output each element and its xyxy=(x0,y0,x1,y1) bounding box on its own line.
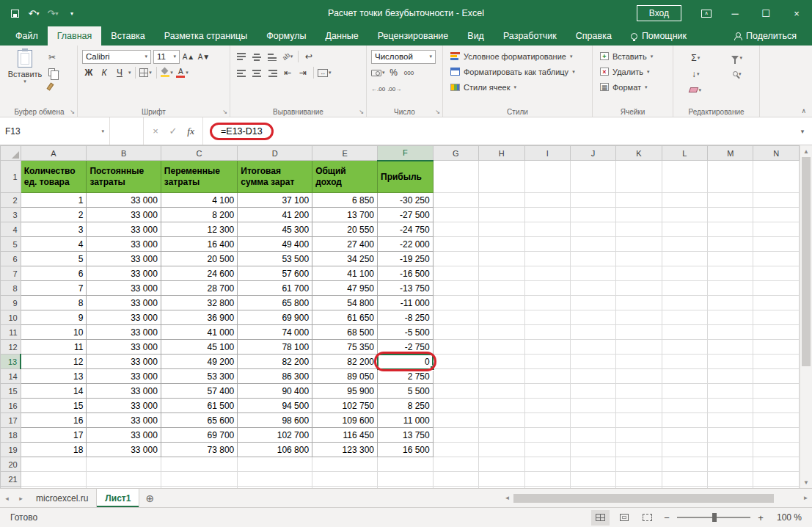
cell-I14[interactable] xyxy=(524,369,570,384)
column-header-G[interactable]: G xyxy=(433,146,478,161)
cell-J10[interactable] xyxy=(570,310,615,325)
zoom-out-button[interactable]: − xyxy=(662,512,672,523)
cell-F16[interactable]: 8 250 xyxy=(378,399,434,413)
cell-L13[interactable] xyxy=(662,355,707,369)
cell-I20[interactable] xyxy=(524,457,570,472)
zoom-slider-thumb[interactable] xyxy=(712,513,717,522)
cell-D16[interactable]: 94 500 xyxy=(238,399,312,413)
cell-M21[interactable] xyxy=(707,472,753,487)
cell-B9[interactable]: 33 000 xyxy=(87,296,161,310)
wrap-text-button[interactable]: ↩ xyxy=(302,50,315,64)
cell-G4[interactable] xyxy=(433,222,478,237)
cell-E14[interactable]: 89 050 xyxy=(312,369,378,384)
row-header-5[interactable]: 5 xyxy=(1,237,21,252)
cell-D19[interactable]: 106 800 xyxy=(238,443,312,457)
cell-J8[interactable] xyxy=(570,281,615,296)
cell-K17[interactable] xyxy=(616,413,662,428)
cell-J12[interactable] xyxy=(570,340,615,355)
cell-K18[interactable] xyxy=(616,428,662,443)
sheet-tab-0[interactable]: microexcel.ru xyxy=(28,489,97,507)
cell-K15[interactable] xyxy=(616,384,662,399)
orientation-button[interactable]: ab▾ xyxy=(281,50,294,64)
name-box[interactable]: F13 ▾ xyxy=(0,117,110,145)
clipboard-dialog-launcher[interactable]: ↘ xyxy=(70,109,75,115)
cell-J1[interactable] xyxy=(570,161,615,193)
cell-C13[interactable]: 49 200 xyxy=(161,355,237,369)
cell-I4[interactable] xyxy=(524,222,570,237)
underline-dropdown[interactable]: ▾ xyxy=(128,70,131,76)
align-right-button[interactable] xyxy=(266,66,279,80)
cell-A19[interactable]: 18 xyxy=(21,443,87,457)
cell-E22[interactable] xyxy=(312,487,378,489)
autosum-button[interactable]: Σ▾ xyxy=(678,51,714,65)
cell-G20[interactable] xyxy=(433,457,478,472)
cell-H18[interactable] xyxy=(479,428,524,443)
cell-A6[interactable]: 5 xyxy=(21,252,87,266)
normal-view-button[interactable] xyxy=(591,510,610,526)
cell-B7[interactable]: 33 000 xyxy=(87,266,161,281)
cell-N20[interactable] xyxy=(753,457,800,472)
cell-G11[interactable] xyxy=(433,325,478,340)
cell-L4[interactable] xyxy=(662,222,707,237)
cell-N13[interactable] xyxy=(753,355,800,369)
column-header-H[interactable]: H xyxy=(479,146,524,161)
cell-F20[interactable] xyxy=(378,457,434,472)
cell-C6[interactable]: 20 500 xyxy=(161,252,237,266)
cell-M12[interactable] xyxy=(707,340,753,355)
cell-N4[interactable] xyxy=(753,222,800,237)
cell-E18[interactable]: 116 450 xyxy=(312,428,378,443)
cell-D7[interactable]: 57 600 xyxy=(238,266,312,281)
cell-F2[interactable]: -30 250 xyxy=(378,193,434,208)
format-cells-button[interactable]: ▦ Формат ▾ xyxy=(597,79,668,95)
sort-filter-button[interactable]: ▾ xyxy=(720,51,756,65)
cell-H6[interactable] xyxy=(479,252,524,266)
cell-A1[interactable]: Количество ед. товара xyxy=(21,161,87,193)
font-size-combo[interactable]: 11▾ xyxy=(153,50,180,64)
cell-I19[interactable] xyxy=(524,443,570,457)
cell-L15[interactable] xyxy=(662,384,707,399)
cell-I1[interactable] xyxy=(524,161,570,193)
cell-K5[interactable] xyxy=(616,237,662,252)
zoom-in-button[interactable]: + xyxy=(756,512,766,523)
cell-B8[interactable]: 33 000 xyxy=(87,281,161,296)
cell-K12[interactable] xyxy=(616,340,662,355)
cell-N12[interactable] xyxy=(753,340,800,355)
cell-K1[interactable] xyxy=(616,161,662,193)
sheet-tab-1[interactable]: Лист1 xyxy=(97,489,139,507)
cell-I16[interactable] xyxy=(524,399,570,413)
cell-F15[interactable]: 5 500 xyxy=(378,384,434,399)
cell-J4[interactable] xyxy=(570,222,615,237)
cell-L10[interactable] xyxy=(662,310,707,325)
cell-B20[interactable] xyxy=(87,457,161,472)
cell-A21[interactable] xyxy=(21,472,87,487)
delete-cells-button[interactable]: × Удалить ▾ xyxy=(597,64,668,79)
cell-H5[interactable] xyxy=(479,237,524,252)
align-center-button[interactable] xyxy=(250,66,263,80)
expand-formula-bar-button[interactable]: ▾ xyxy=(793,117,812,145)
conditional-formatting-button[interactable]: Условное форматирование ▾ xyxy=(447,48,588,64)
cell-M2[interactable] xyxy=(707,193,753,208)
cell-D3[interactable]: 41 200 xyxy=(238,208,312,222)
cell-I3[interactable] xyxy=(524,208,570,222)
scroll-left-arrow[interactable]: ◄ xyxy=(501,495,513,501)
cell-A12[interactable]: 11 xyxy=(21,340,87,355)
cell-C8[interactable]: 28 700 xyxy=(161,281,237,296)
cell-E20[interactable] xyxy=(312,457,378,472)
cell-C22[interactable] xyxy=(161,487,237,489)
cell-C9[interactable]: 32 800 xyxy=(161,296,237,310)
cell-E11[interactable]: 68 500 xyxy=(312,325,378,340)
cell-E17[interactable]: 109 600 xyxy=(312,413,378,428)
row-header-21[interactable]: 21 xyxy=(1,472,21,487)
row-header-20[interactable]: 20 xyxy=(1,457,21,472)
format-painter-button[interactable] xyxy=(48,81,66,92)
cell-B5[interactable]: 33 000 xyxy=(87,237,161,252)
next-sheet-button[interactable]: ▸ xyxy=(14,489,28,507)
cell-E21[interactable] xyxy=(312,472,378,487)
cell-B19[interactable]: 33 000 xyxy=(87,443,161,457)
scroll-up-arrow[interactable]: ▲ xyxy=(800,145,812,157)
cell-C3[interactable]: 8 200 xyxy=(161,208,237,222)
paste-button[interactable]: Вставить ▾ xyxy=(6,48,44,92)
cell-L14[interactable] xyxy=(662,369,707,384)
cell-E7[interactable]: 41 100 xyxy=(312,266,378,281)
cell-D8[interactable]: 61 700 xyxy=(238,281,312,296)
